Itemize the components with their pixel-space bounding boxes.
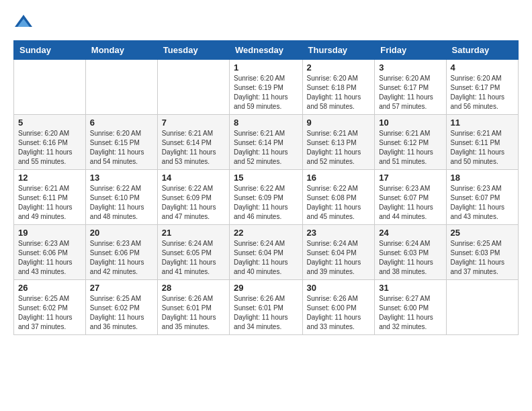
calendar-cell: 7Sunrise: 6:21 AM Sunset: 6:14 PM Daylig… (157, 115, 229, 170)
calendar-cell: 15Sunrise: 6:22 AM Sunset: 6:09 PM Dayli… (230, 170, 303, 225)
day-number: 11 (451, 118, 514, 128)
header-monday: Monday (85, 41, 157, 60)
calendar-cell: 20Sunrise: 6:23 AM Sunset: 6:06 PM Dayli… (85, 225, 157, 280)
day-info: Sunrise: 6:25 AM Sunset: 6:02 PM Dayligh… (18, 294, 81, 332)
day-info: Sunrise: 6:21 AM Sunset: 6:11 PM Dayligh… (18, 184, 81, 222)
logo-icon (13, 13, 34, 34)
day-info: Sunrise: 6:23 AM Sunset: 6:07 PM Dayligh… (451, 184, 514, 222)
calendar-cell: 4Sunrise: 6:20 AM Sunset: 6:17 PM Daylig… (446, 60, 518, 115)
calendar-week-1: 1Sunrise: 6:20 AM Sunset: 6:19 PM Daylig… (14, 60, 519, 115)
calendar-cell: 9Sunrise: 6:21 AM Sunset: 6:13 PM Daylig… (302, 115, 375, 170)
day-info: Sunrise: 6:25 AM Sunset: 6:02 PM Dayligh… (90, 294, 153, 332)
day-number: 2 (307, 62, 371, 73)
calendar-cell: 18Sunrise: 6:23 AM Sunset: 6:07 PM Dayli… (446, 170, 518, 225)
logo (13, 13, 36, 34)
calendar-table: SundayMondayTuesdayWednesdayThursdayFrid… (13, 40, 519, 335)
day-number: 3 (379, 62, 441, 73)
day-number: 25 (451, 228, 514, 238)
day-number: 17 (379, 173, 441, 183)
day-info: Sunrise: 6:20 AM Sunset: 6:18 PM Dayligh… (307, 74, 371, 111)
day-info: Sunrise: 6:20 AM Sunset: 6:16 PM Dayligh… (18, 129, 81, 167)
day-info: Sunrise: 6:21 AM Sunset: 6:14 PM Dayligh… (162, 129, 225, 167)
calendar-cell: 2Sunrise: 6:20 AM Sunset: 6:18 PM Daylig… (302, 60, 375, 115)
calendar-cell: 11Sunrise: 6:21 AM Sunset: 6:11 PM Dayli… (446, 115, 518, 170)
day-number: 15 (234, 173, 298, 183)
header-wednesday: Wednesday (230, 41, 303, 60)
day-number: 22 (234, 228, 298, 238)
calendar-cell: 25Sunrise: 6:25 AM Sunset: 6:03 PM Dayli… (446, 225, 518, 280)
calendar-cell (14, 60, 86, 115)
calendar-week-3: 12Sunrise: 6:21 AM Sunset: 6:11 PM Dayli… (14, 170, 519, 225)
calendar-cell: 21Sunrise: 6:24 AM Sunset: 6:05 PM Dayli… (157, 225, 229, 280)
day-number: 19 (18, 228, 81, 238)
calendar-cell: 16Sunrise: 6:22 AM Sunset: 6:08 PM Dayli… (302, 170, 375, 225)
day-info: Sunrise: 6:26 AM Sunset: 6:01 PM Dayligh… (162, 294, 225, 332)
day-info: Sunrise: 6:22 AM Sunset: 6:08 PM Dayligh… (307, 184, 371, 222)
day-number: 10 (379, 118, 441, 128)
day-info: Sunrise: 6:23 AM Sunset: 6:06 PM Dayligh… (90, 239, 153, 277)
header-saturday: Saturday (446, 41, 518, 60)
day-number: 12 (18, 173, 81, 183)
calendar-week-2: 5Sunrise: 6:20 AM Sunset: 6:16 PM Daylig… (14, 115, 519, 170)
calendar-cell (157, 60, 229, 115)
calendar-week-5: 26Sunrise: 6:25 AM Sunset: 6:02 PM Dayli… (14, 280, 519, 335)
day-number: 6 (90, 118, 153, 128)
day-number: 8 (234, 118, 298, 128)
day-number: 30 (307, 283, 371, 293)
calendar-cell: 10Sunrise: 6:21 AM Sunset: 6:12 PM Dayli… (375, 115, 446, 170)
day-number: 24 (379, 228, 441, 238)
day-info: Sunrise: 6:24 AM Sunset: 6:04 PM Dayligh… (234, 239, 298, 277)
calendar-cell: 27Sunrise: 6:25 AM Sunset: 6:02 PM Dayli… (85, 280, 157, 335)
calendar-cell: 26Sunrise: 6:25 AM Sunset: 6:02 PM Dayli… (14, 280, 86, 335)
day-number: 21 (162, 228, 225, 238)
calendar-cell (446, 280, 518, 335)
day-info: Sunrise: 6:20 AM Sunset: 6:19 PM Dayligh… (234, 74, 298, 111)
calendar-cell: 29Sunrise: 6:26 AM Sunset: 6:01 PM Dayli… (230, 280, 303, 335)
calendar-cell: 28Sunrise: 6:26 AM Sunset: 6:01 PM Dayli… (157, 280, 229, 335)
day-info: Sunrise: 6:21 AM Sunset: 6:12 PM Dayligh… (379, 129, 441, 167)
calendar-cell: 24Sunrise: 6:24 AM Sunset: 6:03 PM Dayli… (375, 225, 446, 280)
header-friday: Friday (375, 41, 446, 60)
calendar-cell (85, 60, 157, 115)
day-number: 31 (379, 283, 441, 293)
day-number: 27 (90, 283, 153, 293)
day-info: Sunrise: 6:23 AM Sunset: 6:07 PM Dayligh… (379, 184, 441, 222)
header-thursday: Thursday (302, 41, 375, 60)
day-info: Sunrise: 6:21 AM Sunset: 6:14 PM Dayligh… (234, 129, 298, 167)
day-info: Sunrise: 6:20 AM Sunset: 6:17 PM Dayligh… (451, 74, 514, 111)
calendar-cell: 17Sunrise: 6:23 AM Sunset: 6:07 PM Dayli… (375, 170, 446, 225)
calendar-cell: 5Sunrise: 6:20 AM Sunset: 6:16 PM Daylig… (14, 115, 86, 170)
day-info: Sunrise: 6:26 AM Sunset: 6:00 PM Dayligh… (307, 294, 371, 332)
day-number: 20 (90, 228, 153, 238)
calendar-cell: 22Sunrise: 6:24 AM Sunset: 6:04 PM Dayli… (230, 225, 303, 280)
day-number: 14 (162, 173, 225, 183)
header-tuesday: Tuesday (157, 41, 229, 60)
day-number: 26 (18, 283, 81, 293)
calendar-cell: 3Sunrise: 6:20 AM Sunset: 6:17 PM Daylig… (375, 60, 446, 115)
day-info: Sunrise: 6:22 AM Sunset: 6:09 PM Dayligh… (234, 184, 298, 222)
day-info: Sunrise: 6:21 AM Sunset: 6:13 PM Dayligh… (307, 129, 371, 167)
calendar-cell: 14Sunrise: 6:22 AM Sunset: 6:09 PM Dayli… (157, 170, 229, 225)
day-number: 7 (162, 118, 225, 128)
day-number: 5 (18, 118, 81, 128)
day-info: Sunrise: 6:26 AM Sunset: 6:01 PM Dayligh… (234, 294, 298, 332)
day-number: 9 (307, 118, 371, 128)
day-info: Sunrise: 6:23 AM Sunset: 6:06 PM Dayligh… (18, 239, 81, 277)
calendar-cell: 1Sunrise: 6:20 AM Sunset: 6:19 PM Daylig… (230, 60, 303, 115)
day-number: 23 (307, 228, 371, 238)
calendar-cell: 23Sunrise: 6:24 AM Sunset: 6:04 PM Dayli… (302, 225, 375, 280)
day-info: Sunrise: 6:25 AM Sunset: 6:03 PM Dayligh… (451, 239, 514, 277)
day-number: 1 (234, 62, 298, 73)
header-sunday: Sunday (14, 41, 86, 60)
day-info: Sunrise: 6:24 AM Sunset: 6:03 PM Dayligh… (379, 239, 441, 277)
calendar-cell: 12Sunrise: 6:21 AM Sunset: 6:11 PM Dayli… (14, 170, 86, 225)
day-info: Sunrise: 6:22 AM Sunset: 6:09 PM Dayligh… (162, 184, 225, 222)
day-number: 29 (234, 283, 298, 293)
day-number: 16 (307, 173, 371, 183)
calendar-week-4: 19Sunrise: 6:23 AM Sunset: 6:06 PM Dayli… (14, 225, 519, 280)
day-info: Sunrise: 6:20 AM Sunset: 6:15 PM Dayligh… (90, 129, 153, 167)
day-info: Sunrise: 6:24 AM Sunset: 6:05 PM Dayligh… (162, 239, 225, 277)
day-info: Sunrise: 6:21 AM Sunset: 6:11 PM Dayligh… (451, 129, 514, 167)
day-number: 4 (451, 62, 514, 73)
calendar-header-row: SundayMondayTuesdayWednesdayThursdayFrid… (14, 41, 519, 60)
